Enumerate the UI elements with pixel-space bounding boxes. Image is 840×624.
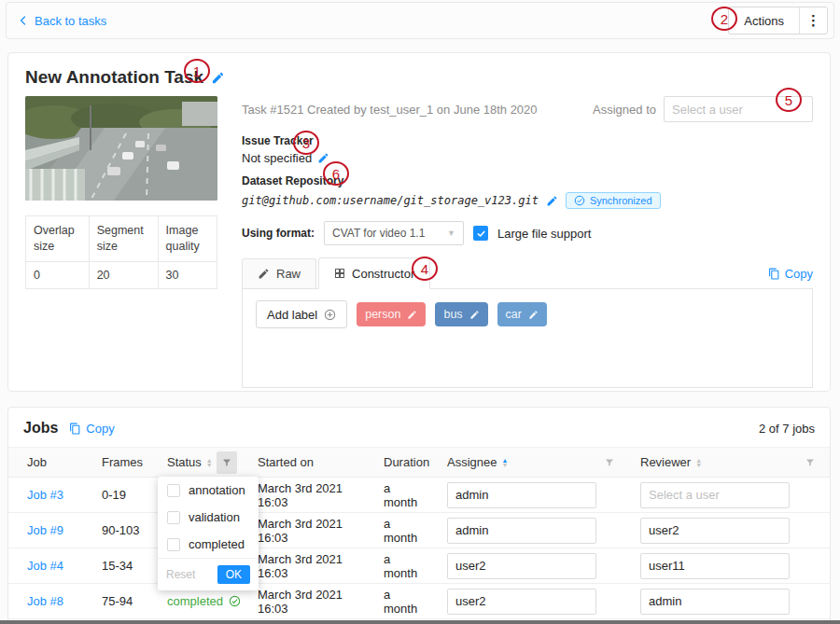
labels-copy-label: Copy [785,267,813,281]
annotation-marker-2: 2 [711,7,737,31]
labels-constructor-panel: Add label person bus car [242,289,813,388]
top-bar: Back to tasks Actions ⋮ [6,2,834,39]
col-duration: Duration [384,455,429,469]
checkbox-unchecked[interactable] [167,511,180,524]
job-status-completed: completed [167,594,241,608]
using-format-label: Using format: [242,227,315,240]
filter-option-validation[interactable]: validation [158,504,259,531]
actions-button[interactable]: Actions [729,7,799,34]
task-params-table: Overlap size Segment size Image quality … [25,215,217,289]
copy-icon [768,268,780,280]
filter-option-completed[interactable]: completed [158,531,259,558]
job-status: completed [167,594,223,608]
assignee-sorter[interactable]: ▲▼ [501,458,508,467]
status-filter-icon[interactable] [217,451,237,474]
job-assignee-select[interactable] [447,589,596,615]
plus-circle-icon [324,309,336,321]
pencil-icon [258,268,270,280]
dataset-repository-url[interactable]: git@github.com:username/git_storage_v123… [242,194,539,207]
job-started: March 3rd 2021 16:03 [258,517,343,545]
job-duration: a month [384,517,417,545]
chevron-down-icon: ▼ [447,229,455,238]
edit-issue-tracker-icon[interactable] [317,152,329,164]
param-header: Overlap size [26,216,90,262]
large-file-support-checkbox[interactable] [473,226,488,241]
annotation-marker-1: 1 [184,59,210,83]
jobs-copy-label: Copy [86,422,114,436]
task-info-column: Task #1521 Created by test_user_1 on Jun… [242,96,813,388]
checkbox-unchecked[interactable] [167,538,180,551]
tab-constructor-label: Constructor [352,267,414,281]
job-frames: 90-103 [102,523,139,537]
annotation-marker-3: 3 [293,131,319,155]
edit-label-icon[interactable] [528,310,539,320]
job-assignee-select[interactable] [447,518,596,544]
jobs-title: Jobs [23,420,58,437]
job-link[interactable]: Job #4 [27,559,63,573]
job-reviewer-select[interactable] [640,553,790,579]
assignee-filter-icon[interactable] [599,451,620,474]
task-title: New Annotation Task [25,67,203,88]
task-meta: Task #1521 Created by test_user_1 on Jun… [242,103,538,117]
job-link[interactable]: Job #8 [27,594,63,608]
edit-title-icon[interactable] [211,71,225,85]
job-assignee-select[interactable] [447,553,596,579]
label-tag-bus[interactable]: bus [435,302,487,326]
check-circle-icon [229,595,241,607]
format-select[interactable]: CVAT for video 1.1 ▼ [324,221,464,245]
filter-option-label: validation [189,510,240,524]
param-value: 20 [89,261,158,288]
assigned-to-label: Assigned to [593,103,656,117]
window-edge [0,620,840,624]
job-started: March 3rd 2021 16:03 [258,588,343,616]
issue-tracker-label: Issue Tracker [242,134,813,147]
job-row: Job #3 0-19 March 3rd 2021 16:03 a month [8,478,830,513]
col-reviewer: Reviewer [640,455,691,469]
job-duration: a month [384,588,417,616]
checkbox-unchecked[interactable] [167,484,180,497]
col-started: Started on [258,455,314,469]
actions-more-button[interactable]: ⋮ [799,7,827,34]
job-reviewer-select[interactable] [640,589,790,615]
job-link[interactable]: Job #9 [27,523,63,537]
edit-repository-icon[interactable] [546,195,558,207]
annotation-marker-6: 6 [323,161,349,186]
status-sorter[interactable]: ▲▼ [206,458,213,467]
param-value: 30 [158,261,217,288]
blocks-icon [334,268,345,279]
reviewer-sorter[interactable]: ▲▼ [695,458,702,467]
label-tag-name: bus [443,308,462,321]
job-row: Job #9 90-103 March 3rd 2021 16:03 a mon… [8,513,830,548]
edit-label-icon[interactable] [407,310,417,320]
large-file-support-label: Large file support [497,227,591,241]
filter-option-annotation[interactable]: annotation [158,477,259,504]
more-icon: ⋮ [806,12,820,29]
job-link[interactable]: Job #3 [27,488,63,502]
label-tag-name: person [365,308,400,321]
labels-copy-button[interactable]: Copy [768,267,813,281]
synchronized-badge: Synchronized [566,192,661,209]
label-tag-car[interactable]: car [497,302,547,326]
tab-raw[interactable]: Raw [242,258,316,288]
reviewer-filter-icon[interactable] [800,451,820,474]
job-frames: 75-94 [102,594,133,608]
job-assignee-select[interactable] [447,482,596,508]
job-reviewer-select[interactable] [640,518,790,544]
param-value: 0 [26,261,90,288]
jobs-card: Jobs Copy 2 of 7 jobs Job Frames Status [7,407,831,624]
jobs-copy-button[interactable]: Copy [69,422,114,436]
back-link-label: Back to tasks [35,14,106,28]
filter-option-label: annotation [189,483,245,497]
filter-reset-button[interactable]: Reset [166,568,195,581]
add-label-button[interactable]: Add label [256,300,347,328]
job-duration: a month [384,481,417,509]
label-tag-person[interactable]: person [357,302,426,326]
job-reviewer-select[interactable] [640,482,790,508]
edit-label-icon[interactable] [469,310,480,320]
jobs-count: 2 of 7 jobs [759,422,815,436]
param-header: Image quality [158,216,217,262]
job-frames: 15-34 [102,559,133,573]
back-to-tasks-link[interactable]: Back to tasks [18,14,106,28]
filter-ok-button[interactable]: OK [217,565,250,584]
tab-raw-label: Raw [276,267,301,281]
